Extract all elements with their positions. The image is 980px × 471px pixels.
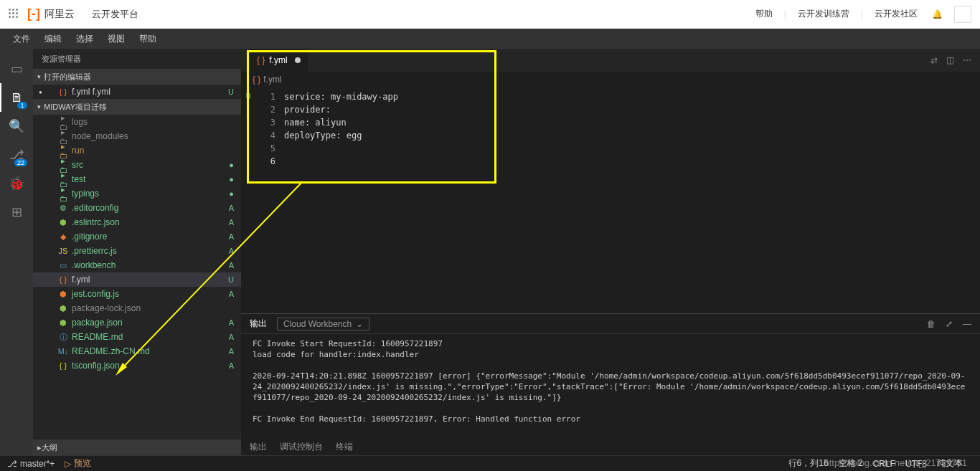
tree-item--gitignore[interactable]: ◆.gitignoreA bbox=[33, 229, 241, 244]
status-marker: ● bbox=[229, 161, 234, 169]
eol-info[interactable]: CRLF bbox=[873, 459, 895, 469]
tab-fyml[interactable]: { } f.yml bbox=[250, 49, 308, 72]
panel-bottom-tabs: 输出 调试控制台 终端 bbox=[241, 438, 980, 455]
training-link[interactable]: 云开发训练营 bbox=[798, 8, 849, 20]
panel-tab-output[interactable]: 输出 bbox=[250, 318, 267, 330]
branch-indicator[interactable]: ⎇ master*+ bbox=[7, 459, 55, 469]
status-marker: A bbox=[229, 218, 234, 227]
scm-icon[interactable]: ⎇22 bbox=[0, 141, 33, 169]
file-icon: { } bbox=[57, 275, 69, 284]
status-marker: A bbox=[229, 261, 234, 270]
status-marker: A bbox=[229, 333, 234, 341]
menu-help[interactable]: 帮助 bbox=[132, 33, 164, 45]
open-editor-item[interactable]: ● { } f.yml f.yml U bbox=[33, 85, 241, 99]
output-channel-dropdown[interactable]: Cloud Workbench⌄ bbox=[277, 318, 369, 330]
tree-item--workbench[interactable]: ▭.workbenchA bbox=[33, 258, 241, 272]
file-icon: M↓ bbox=[57, 347, 69, 356]
btab-debug[interactable]: 调试控制台 bbox=[280, 441, 323, 453]
menu-select[interactable]: 选择 bbox=[69, 33, 100, 45]
tree-item-tsconfig-json[interactable]: { }tsconfig.jsonA bbox=[33, 358, 241, 373]
community-link[interactable]: 云开发社区 bbox=[875, 8, 918, 20]
panel-output[interactable]: FC Invoke Start RequestId: 1600957221897… bbox=[241, 334, 980, 438]
btab-output[interactable]: 输出 bbox=[250, 441, 267, 453]
file-icon: ▭ bbox=[57, 261, 69, 270]
code-editor[interactable]: U 123456 service: my-midawy-app provider… bbox=[241, 87, 980, 313]
menu-file[interactable]: 文件 bbox=[6, 33, 37, 45]
status-marker: A bbox=[229, 361, 234, 370]
close-panel-icon[interactable]: — bbox=[963, 319, 971, 329]
top-header: [-] 阿里云 云开发平台 帮助 | 云开发训练营 | 云开发社区 🔔 bbox=[0, 0, 980, 29]
outline-header[interactable]: ▸大纲 bbox=[33, 439, 241, 455]
encoding-info[interactable]: UTF8 bbox=[905, 459, 927, 469]
cursor-pos[interactable]: 行6，列16 bbox=[788, 457, 829, 470]
more-icon[interactable]: ⋯ bbox=[963, 55, 971, 65]
platform-name: 云开发平台 bbox=[92, 8, 138, 21]
search-icon[interactable]: 🔍 bbox=[0, 112, 33, 141]
menu-view[interactable]: 视图 bbox=[100, 33, 132, 45]
yml-icon: { } bbox=[253, 75, 260, 85]
status-bar: ⎇ master*+ ▷ 预览 行6，列16 空格 2 CRLF UTF8 纯文… bbox=[0, 455, 980, 471]
file-icon: ⚙ bbox=[57, 204, 69, 213]
tree-item--editorconfig[interactable]: ⚙.editorconfigA bbox=[33, 201, 241, 215]
debug-icon[interactable]: 🐞 bbox=[0, 169, 33, 198]
tree-item-jest-config-js[interactable]: ⬢jest.config.jsA bbox=[33, 287, 241, 301]
status-u: U bbox=[228, 87, 234, 96]
avatar[interactable] bbox=[954, 6, 971, 23]
code-lines[interactable]: service: my-midawy-app provider: name: a… bbox=[284, 90, 980, 313]
status-marker: A bbox=[229, 204, 234, 212]
yml-icon: { } bbox=[57, 87, 69, 96]
tree-item-README-zh-CN-md[interactable]: M↓README.zh-CN.mdA bbox=[33, 344, 241, 358]
tree-item-f-yml[interactable]: { }f.ymlU bbox=[33, 272, 241, 287]
btab-terminal[interactable]: 终端 bbox=[336, 441, 353, 453]
file-icon: ⓘ bbox=[57, 332, 69, 343]
modified-dot: ● bbox=[39, 89, 42, 95]
status-marker: A bbox=[229, 347, 234, 356]
file-icon: ⬢ bbox=[57, 318, 69, 328]
menu-bar: 文件 编辑 选择 视图 帮助 bbox=[0, 29, 980, 49]
status-marker: ● bbox=[229, 189, 234, 198]
sidebar-title: 资源管理器 bbox=[33, 49, 241, 69]
help-link[interactable]: 帮助 bbox=[755, 8, 773, 20]
file-icon: { } bbox=[57, 361, 69, 370]
indent-info[interactable]: 空格 2 bbox=[839, 457, 863, 470]
gutter-status: U bbox=[241, 90, 255, 313]
open-editors-header[interactable]: ▾打开的编辑器 bbox=[33, 69, 241, 85]
project-header[interactable]: ▾MIDWAY项目迁移 bbox=[33, 99, 241, 115]
status-marker: ● bbox=[229, 175, 234, 184]
tree-item--prettierrc-js[interactable]: JS.prettierrc.jsA bbox=[33, 244, 241, 258]
explorer-badge: 1 bbox=[17, 102, 27, 109]
status-marker: A bbox=[229, 318, 234, 327]
file-icon: ⬢ bbox=[57, 304, 69, 313]
folder-icon: ▸ 🗀 bbox=[57, 185, 69, 203]
file-icon: ⬢ bbox=[57, 290, 69, 299]
tree-item-package-json[interactable]: ⬢package.jsonA bbox=[33, 315, 241, 330]
lang-mode[interactable]: 纯文本 bbox=[937, 457, 963, 470]
modified-indicator bbox=[295, 57, 301, 63]
bell-icon[interactable]: 🔔 bbox=[932, 9, 943, 19]
status-marker: A bbox=[229, 232, 234, 241]
panel-tabs: 输出 Cloud Workbench⌄ 🗑 ⤢ — bbox=[241, 314, 980, 334]
status-marker: U bbox=[228, 275, 234, 284]
tree-item-README-md[interactable]: ⓘREADME.mdA bbox=[33, 330, 241, 344]
chevron-down-icon: ⌄ bbox=[356, 319, 363, 329]
yml-icon: { } bbox=[257, 55, 265, 65]
file-icon: ◆ bbox=[57, 232, 69, 242]
apps-icon[interactable] bbox=[9, 9, 20, 20]
db-icon[interactable]: ▭ bbox=[0, 54, 33, 83]
ext-icon[interactable]: ⊞ bbox=[0, 198, 33, 227]
split-icon[interactable]: ◫ bbox=[946, 55, 954, 65]
tree-item-package-lock-json[interactable]: ⬢package-lock.json bbox=[33, 301, 241, 315]
file-icon: JS bbox=[57, 247, 69, 255]
breadcrumb[interactable]: { } f.yml bbox=[241, 72, 980, 87]
compare-icon[interactable]: ⇄ bbox=[930, 55, 938, 65]
preview-button[interactable]: ▷ 预览 bbox=[65, 457, 91, 470]
maximize-icon[interactable]: ⤢ bbox=[946, 319, 953, 329]
tree-item--eslintrc-json[interactable]: ⬢.eslintrc.jsonA bbox=[33, 215, 241, 229]
scm-badge: 22 bbox=[14, 159, 27, 166]
clear-icon[interactable]: 🗑 bbox=[927, 319, 936, 329]
tree-item-typings[interactable]: ▸ 🗀typings● bbox=[33, 186, 241, 201]
logo-text: 阿里云 bbox=[44, 8, 75, 21]
logo-symbol: [-] bbox=[27, 6, 40, 22]
explorer-icon[interactable]: 🗎1 bbox=[0, 83, 33, 112]
menu-edit[interactable]: 编辑 bbox=[37, 33, 69, 45]
